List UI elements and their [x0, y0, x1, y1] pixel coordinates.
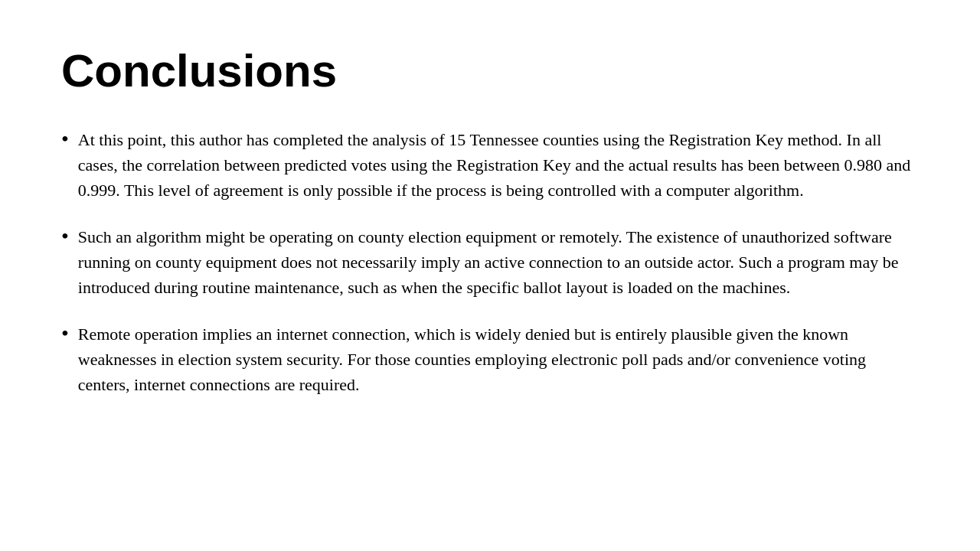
bullet-text-1: At this point, this author has completed… — [78, 127, 919, 203]
bullet-text-2: Such an algorithm might be operating on … — [78, 224, 919, 300]
bullet-item-1: •At this point, this author has complete… — [61, 127, 919, 203]
bullet-dot-2: • — [61, 223, 69, 250]
bullet-dot-3: • — [61, 320, 69, 347]
bullet-list: •At this point, this author has complete… — [61, 127, 919, 397]
bullet-text-3: Remote operation implies an internet con… — [78, 321, 919, 397]
slide-title: Conclusions — [61, 46, 919, 96]
bullet-dot-1: • — [61, 126, 69, 153]
slide-container: Conclusions •At this point, this author … — [0, 0, 980, 551]
bullet-item-2: •Such an algorithm might be operating on… — [61, 224, 919, 300]
bullet-item-3: •Remote operation implies an internet co… — [61, 321, 919, 397]
